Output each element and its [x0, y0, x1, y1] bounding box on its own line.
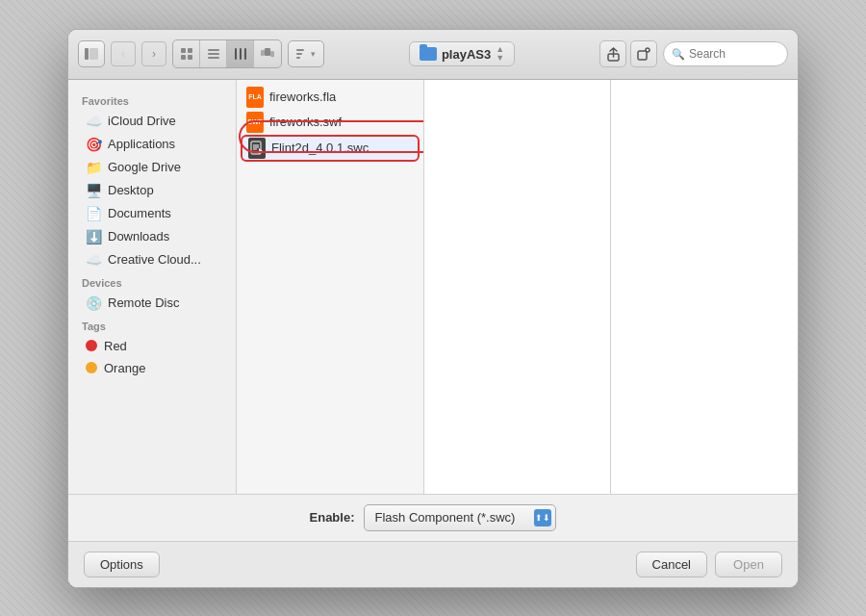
svg-rect-6: [208, 49, 219, 51]
folder-icon: [420, 47, 437, 61]
column-view-button[interactable]: [227, 40, 254, 67]
favorites-title: Favorites: [68, 90, 236, 110]
file-area: FLA fireworks.fla SWF fireworks.swf: [237, 80, 798, 494]
file-pane-3: [611, 80, 798, 494]
select-arrow-icon: ⬆⬇: [534, 509, 551, 526]
fla-file-icon: FLA: [246, 88, 264, 107]
file-name: fireworks.swf: [269, 115, 342, 129]
svg-rect-12: [265, 48, 270, 56]
list-item[interactable]: SWF fireworks.swf: [237, 110, 423, 135]
coverflow-view-button[interactable]: [254, 40, 281, 67]
file-pane-2: [424, 80, 612, 494]
search-icon: 🔍: [672, 48, 685, 61]
sidebar-item-icloud[interactable]: ☁️ iCloud Drive: [72, 110, 232, 133]
sidebar: Favorites ☁️ iCloud Drive 🎯 Applications…: [68, 80, 237, 494]
list-item[interactable]: Flint2d_4.0.1.swc: [241, 135, 420, 162]
creative-cloud-icon: ☁️: [86, 252, 101, 268]
red-tag-dot: [86, 340, 97, 351]
action-buttons: [599, 40, 657, 67]
svg-rect-15: [296, 49, 304, 51]
search-input[interactable]: [689, 47, 779, 61]
finder-window: ‹ ›: [67, 29, 799, 588]
svg-rect-14: [270, 51, 274, 57]
svg-point-20: [646, 48, 650, 52]
cancel-button[interactable]: Cancel: [636, 552, 707, 578]
footer-action-buttons: Cancel Open: [636, 552, 782, 578]
sidebar-item-label: Remote Disc: [108, 295, 179, 310]
sidebar-item-label: iCloud Drive: [108, 114, 176, 128]
sidebar-item-red-tag[interactable]: Red: [72, 335, 232, 357]
file-name: fireworks.fla: [269, 90, 336, 104]
sidebar-item-label: Documents: [108, 206, 171, 220]
sidebar-item-label: Desktop: [108, 183, 154, 197]
desktop-icon: 🖥️: [86, 183, 101, 198]
filter-value: Flash Component (*.swc): [374, 510, 515, 525]
sidebar-item-creative-cloud[interactable]: ☁️ Creative Cloud...: [72, 248, 232, 271]
folder-arrows: ▲▼: [496, 45, 504, 63]
svg-rect-16: [296, 53, 302, 55]
open-button[interactable]: Open: [715, 552, 782, 578]
toolbar: ‹ ›: [68, 30, 798, 80]
svg-rect-0: [85, 48, 89, 60]
svg-rect-13: [261, 50, 265, 56]
content-area: Favorites ☁️ iCloud Drive 🎯 Applications…: [68, 80, 798, 494]
list-view-button[interactable]: [200, 40, 227, 67]
svg-rect-7: [208, 53, 219, 55]
sidebar-item-documents[interactable]: 📄 Documents: [72, 202, 232, 225]
svg-rect-11: [244, 48, 246, 60]
devices-title: Devices: [68, 271, 236, 292]
svg-rect-8: [208, 57, 219, 59]
sidebar-item-label: Red: [104, 339, 127, 353]
icon-view-button[interactable]: [173, 40, 200, 67]
arrange-button[interactable]: ▾: [288, 40, 324, 67]
forward-button[interactable]: ›: [141, 41, 166, 66]
tags-title: Tags: [68, 315, 236, 335]
options-button[interactable]: Options: [84, 552, 160, 578]
downloads-icon: ⬇️: [86, 229, 101, 244]
sidebar-item-label: Applications: [108, 137, 175, 151]
swc-file-icon: [248, 139, 266, 158]
back-button[interactable]: ‹: [111, 41, 136, 66]
footer: Options Cancel Open: [68, 541, 798, 587]
remote-disc-icon: 💿: [86, 295, 101, 311]
bottom-bar: Enable: Flash Component (*.swc) ⬆⬇: [68, 494, 798, 541]
orange-tag-dot: [86, 362, 97, 373]
sidebar-item-label: Google Drive: [108, 160, 181, 174]
icloud-icon: ☁️: [86, 114, 101, 129]
documents-icon: 📄: [86, 206, 101, 221]
svg-rect-17: [296, 57, 300, 59]
svg-rect-2: [181, 48, 186, 53]
swf-file-icon: SWF: [246, 113, 264, 132]
svg-rect-10: [240, 48, 242, 60]
view-mode-buttons: [172, 39, 282, 68]
sidebar-item-applications[interactable]: 🎯 Applications: [72, 133, 232, 156]
applications-icon: 🎯: [86, 137, 101, 152]
sidebar-item-label: Downloads: [108, 229, 169, 244]
file-name: Flint2d_4.0.1.swc: [271, 141, 369, 155]
sidebar-item-google-drive[interactable]: 📁 Google Drive: [72, 156, 232, 179]
svg-rect-9: [235, 48, 237, 60]
svg-rect-1: [89, 48, 98, 60]
svg-rect-19: [638, 51, 647, 60]
sidebar-item-desktop[interactable]: 🖥️ Desktop: [72, 179, 232, 202]
enable-label: Enable:: [310, 510, 355, 525]
sidebar-item-orange-tag[interactable]: Orange: [72, 357, 232, 379]
filter-select[interactable]: Flash Component (*.swc) ⬆⬇: [364, 504, 556, 531]
file-pane-1: FLA fireworks.fla SWF fireworks.swf: [237, 80, 424, 494]
svg-rect-5: [188, 55, 192, 60]
sidebar-item-label: Orange: [104, 361, 145, 375]
sidebar-item-label: Creative Cloud...: [108, 252, 201, 267]
search-box[interactable]: 🔍: [663, 41, 788, 66]
tag-button[interactable]: [630, 40, 657, 67]
folder-title[interactable]: playAS3 ▲▼: [409, 41, 515, 66]
sidebar-item-remote-disc[interactable]: 💿 Remote Disc: [72, 292, 232, 315]
svg-rect-3: [188, 48, 192, 53]
sidebar-item-downloads[interactable]: ⬇️ Downloads: [72, 225, 232, 248]
list-item[interactable]: FLA fireworks.fla: [237, 85, 423, 110]
sidebar-toggle-button[interactable]: [78, 40, 105, 67]
google-drive-icon: 📁: [86, 160, 101, 175]
share-button[interactable]: [599, 40, 626, 67]
svg-rect-4: [181, 55, 186, 60]
